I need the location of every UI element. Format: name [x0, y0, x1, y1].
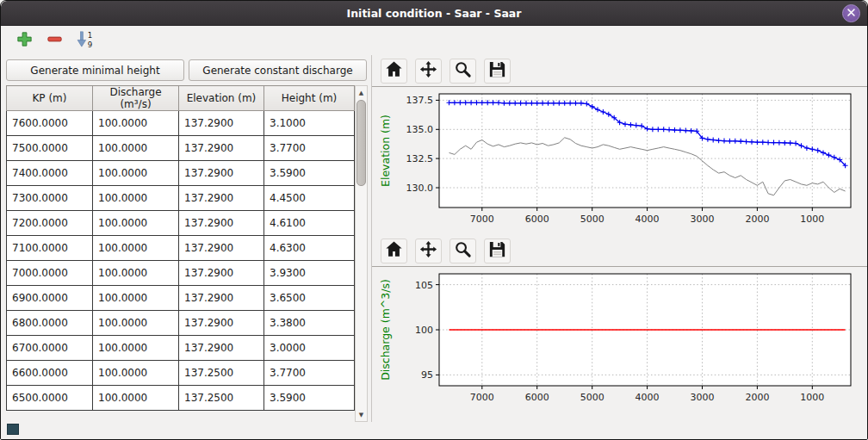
- table-cell[interactable]: 100.0000: [93, 386, 179, 411]
- table-cell[interactable]: 6800.0000: [7, 311, 93, 336]
- scrollbar-thumb[interactable]: [356, 100, 366, 186]
- table-cell[interactable]: 137.2900: [179, 336, 264, 361]
- table-cell[interactable]: 137.2900: [179, 261, 264, 286]
- remove-icon: [46, 30, 64, 48]
- table-cell[interactable]: 137.2900: [179, 161, 264, 186]
- table-cell[interactable]: 6900.0000: [7, 286, 93, 311]
- svg-text:Discharge (m^3/s): Discharge (m^3/s): [379, 279, 392, 381]
- table-cell[interactable]: 100.0000: [93, 186, 179, 211]
- table-cell[interactable]: 137.2500: [179, 386, 264, 411]
- svg-text:7000: 7000: [470, 214, 494, 225]
- column-header[interactable]: Discharge (m³/s): [93, 86, 179, 111]
- column-header[interactable]: KP (m): [7, 86, 93, 111]
- table-cell[interactable]: 4.6300: [264, 236, 355, 261]
- svg-text:3000: 3000: [691, 392, 715, 403]
- close-button[interactable]: [842, 4, 860, 22]
- svg-text:7000: 7000: [470, 392, 494, 403]
- table-cell[interactable]: 4.6100: [264, 211, 355, 236]
- table-cell[interactable]: 100.0000: [93, 136, 179, 161]
- table-cell[interactable]: 137.2500: [179, 361, 264, 386]
- titlebar[interactable]: Initial condition - Saar - Saar: [1, 1, 867, 26]
- table-cell[interactable]: 3.7700: [264, 361, 355, 386]
- table-cell[interactable]: 137.2900: [179, 111, 264, 136]
- table-cell[interactable]: 100.0000: [93, 311, 179, 336]
- table-cell[interactable]: 6700.0000: [7, 336, 93, 361]
- remove-row-button[interactable]: [41, 28, 67, 53]
- table-cell[interactable]: 137.2900: [179, 236, 264, 261]
- svg-text:5000: 5000: [580, 392, 604, 403]
- table-cell[interactable]: 137.2900: [179, 136, 264, 161]
- column-header[interactable]: Height (m): [264, 86, 355, 111]
- table-cell[interactable]: 3.0000: [264, 336, 355, 361]
- generate-constant-discharge-button[interactable]: Generate constant discharge: [189, 59, 367, 81]
- svg-text:Elevation (m): Elevation (m): [379, 115, 392, 187]
- table-cell[interactable]: 7300.0000: [7, 186, 93, 211]
- scroll-up-button[interactable]: ▲: [356, 86, 367, 99]
- table-cell[interactable]: 7000.0000: [7, 261, 93, 286]
- table-cell[interactable]: 100.0000: [93, 361, 179, 386]
- table-cell[interactable]: 100.0000: [93, 286, 179, 311]
- table-cell[interactable]: 4.4500: [264, 186, 355, 211]
- status-indicator: [7, 424, 19, 435]
- table-cell[interactable]: 6500.0000: [7, 386, 93, 411]
- table-cell[interactable]: 7500.0000: [7, 136, 93, 161]
- table-cell[interactable]: 100.0000: [93, 261, 179, 286]
- table-cell[interactable]: 100.0000: [93, 161, 179, 186]
- generate-minimal-height-button[interactable]: Generate minimal height: [6, 59, 184, 81]
- svg-text:4000: 4000: [636, 214, 660, 225]
- elevation-chart[interactable]: 7000600050004000300020001000130.0132.513…: [375, 87, 859, 235]
- zoom-icon: [453, 59, 473, 79]
- table-cell[interactable]: 3.5900: [264, 161, 355, 186]
- pan-icon: [418, 239, 438, 259]
- table-cell[interactable]: 6600.0000: [7, 361, 93, 386]
- elevation-save-button[interactable]: [484, 59, 511, 84]
- table-cell[interactable]: 137.2900: [179, 186, 264, 211]
- table-cell[interactable]: 3.3800: [264, 311, 355, 336]
- discharge-save-button[interactable]: [484, 239, 511, 263]
- svg-text:135.0: 135.0: [406, 124, 434, 135]
- add-row-button[interactable]: [11, 28, 37, 53]
- table-body: 7600.0000100.0000137.29003.10007500.0000…: [7, 111, 355, 411]
- generate-buttons-row: Generate minimal height Generate constan…: [6, 59, 367, 81]
- table-row: 7500.0000100.0000137.29003.7700: [7, 136, 355, 161]
- svg-text:6000: 6000: [525, 214, 549, 225]
- table-cell[interactable]: 3.6500: [264, 286, 355, 311]
- table-cell[interactable]: 137.2900: [179, 286, 264, 311]
- discharge-home-button[interactable]: [381, 239, 407, 263]
- table-cell[interactable]: 3.7700: [264, 136, 355, 161]
- elevation-zoom-button[interactable]: [450, 59, 476, 84]
- table-cell[interactable]: 7400.0000: [7, 161, 93, 186]
- svg-text:95: 95: [421, 369, 433, 381]
- elevation-pan-button[interactable]: [415, 59, 442, 84]
- statusbar: [1, 422, 867, 439]
- table-cell[interactable]: 3.1000: [264, 111, 355, 136]
- sort-descending-icon: 19: [75, 29, 95, 49]
- up-arrow-icon: ▲: [359, 90, 363, 96]
- table-cell[interactable]: 7200.0000: [7, 211, 93, 236]
- table-scrollbar[interactable]: ▲ ▼: [355, 85, 368, 422]
- table-row: 7000.0000100.0000137.29003.9300: [7, 261, 355, 286]
- add-icon: [16, 30, 34, 48]
- zoom-icon: [453, 239, 473, 259]
- table-cell[interactable]: 7600.0000: [7, 111, 93, 136]
- scroll-down-button[interactable]: ▼: [356, 408, 367, 421]
- table-cell[interactable]: 3.5900: [264, 386, 355, 411]
- table-cell[interactable]: 7100.0000: [7, 236, 93, 261]
- table-cell[interactable]: 100.0000: [93, 336, 179, 361]
- table-cell[interactable]: 137.2900: [179, 311, 264, 336]
- column-header[interactable]: Elevation (m): [179, 86, 264, 111]
- discharge-zoom-button[interactable]: [450, 239, 476, 263]
- left-panel: Generate minimal height Generate constan…: [1, 55, 371, 422]
- table-cell[interactable]: 100.0000: [93, 211, 179, 236]
- table-cell[interactable]: 100.0000: [93, 236, 179, 261]
- discharge-pan-button[interactable]: [415, 239, 442, 263]
- elevation-home-button[interactable]: [381, 59, 407, 84]
- svg-text:4000: 4000: [636, 392, 660, 403]
- table-row: 6800.0000100.0000137.29003.3800: [7, 311, 355, 336]
- table-cell[interactable]: 137.2900: [179, 211, 264, 236]
- table-cell[interactable]: 100.0000: [93, 111, 179, 136]
- table-cell[interactable]: 3.9300: [264, 261, 355, 286]
- svg-text:137.5: 137.5: [406, 95, 434, 106]
- sort-rows-button[interactable]: 19: [71, 28, 97, 53]
- discharge-chart[interactable]: 700060005000400030002000100095100105Disc…: [375, 267, 859, 413]
